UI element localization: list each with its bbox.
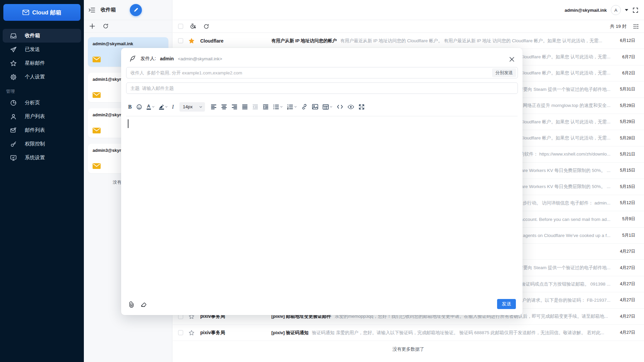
- quill-icon: [128, 55, 137, 63]
- app-logo-button[interactable]: Cloud 邮箱: [3, 4, 80, 21]
- align-justify-icon[interactable]: [242, 104, 248, 110]
- chevron-down-icon: [280, 106, 283, 108]
- envelope-logo-icon: [22, 10, 29, 15]
- row-preview: 一步行动。 访问详细信息 电子邮件： admin...: [518, 200, 610, 206]
- mailbox-panel-toolbar: [84, 20, 172, 33]
- select-all-checkbox[interactable]: [178, 24, 183, 29]
- avatar[interactable]: A: [611, 5, 621, 15]
- send-button[interactable]: 发送: [497, 299, 516, 309]
- font-color-icon[interactable]: A: [147, 104, 155, 110]
- align-center-icon[interactable]: [221, 104, 227, 110]
- bullet-list-icon[interactable]: [273, 104, 283, 110]
- row-checkbox[interactable]: [178, 38, 183, 43]
- add-account-icon[interactable]: [89, 23, 95, 29]
- sidebar-item-system[interactable]: 系统设置: [3, 151, 81, 165]
- send-icon: [10, 46, 17, 53]
- sidebar-item-label: 系统设置: [25, 155, 45, 161]
- editor-toolbar: B A I 14px: [126, 98, 518, 116]
- table-icon[interactable]: [323, 104, 332, 110]
- row-preview: 有用户最近从新 IP 地址访问您的 Cloudflare 帐户。 有用户最近从新…: [340, 38, 602, 43]
- mail-list-toolbar: 共 19 封: [173, 20, 644, 33]
- compose-button[interactable]: [130, 4, 142, 16]
- sidebar-item-label: 个人设置: [25, 74, 45, 80]
- editor-body[interactable]: [126, 117, 518, 292]
- chevron-down-icon: [330, 106, 332, 108]
- star-icon[interactable]: [189, 38, 195, 44]
- row-date: 5月31日: [614, 86, 635, 92]
- link-icon[interactable]: [301, 104, 308, 110]
- preview-eye-icon[interactable]: [347, 104, 354, 110]
- row-date: 4月27日: [614, 330, 635, 336]
- collapse-sidebar-icon[interactable]: [89, 7, 95, 13]
- row-date: 5月9日: [614, 216, 635, 222]
- account-dropdown-caret-icon[interactable]: [625, 9, 628, 11]
- row-date: 6月12日: [614, 38, 635, 44]
- row-preview: 户的请求。以下是你的验证码： FB-21937...: [522, 297, 610, 303]
- sidebar-item-star[interactable]: 星标邮件: [3, 56, 81, 70]
- bold-icon[interactable]: B: [128, 104, 132, 110]
- sidebar-item-label: 用户列表: [25, 113, 45, 120]
- envelope-icon: [93, 128, 101, 133]
- refresh-accounts-icon[interactable]: [103, 23, 109, 29]
- mail-row[interactable]: pixiv事务局[pixiv] 验证码通知验证码通知 亲爱的用户，您好。请输入以…: [173, 325, 644, 341]
- row-date: 4月27日: [614, 314, 635, 319]
- row-date: 5月29日: [614, 119, 635, 125]
- attachment-icon[interactable]: [128, 301, 135, 308]
- row-preview: 的网络正在提升 mornglow.top 的速度和安全...: [518, 103, 610, 109]
- mail-list-empty-text: 没有更多数据了: [173, 341, 644, 352]
- sidebar-item-user[interactable]: 用户列表: [3, 110, 81, 123]
- sidebar-item-key[interactable]: 权限控制: [3, 137, 81, 151]
- refresh-list-icon[interactable]: [203, 23, 209, 29]
- sidebar-item-label: 收件箱: [25, 33, 40, 39]
- pie-chart-icon: [10, 100, 17, 106]
- align-left-icon[interactable]: [211, 104, 217, 110]
- row-sender: Cloudflare: [200, 38, 271, 44]
- image-icon[interactable]: [312, 104, 318, 110]
- sidebar-item-settings[interactable]: 个人设置: [3, 70, 81, 84]
- close-icon[interactable]: [509, 57, 515, 62]
- row-preview: lare Workers KV 每日免费层限制的 50%。 ...: [520, 184, 610, 190]
- font-size-select[interactable]: 14px: [179, 102, 205, 112]
- sort-by-time-icon[interactable]: [190, 23, 197, 30]
- highlight-icon[interactable]: [159, 104, 168, 110]
- sidebar-item-label: 权限控制: [25, 141, 45, 147]
- row-date: 4月27日: [614, 297, 635, 303]
- sidebar-item-pie-chart[interactable]: 分析页: [3, 96, 81, 110]
- sidebar-section-label: 管理: [6, 88, 81, 95]
- row-preview: Cloudflare 帐户。如果您 认可此活动，无需...: [520, 119, 610, 125]
- code-icon[interactable]: [337, 104, 343, 109]
- row-text: [pixiv] 验证码通知验证码通知 亲爱的用户，您好。请输入以下验证码，完成邮…: [271, 330, 610, 336]
- row-preview: 的软件： https://www.xshell.com/zh/downlo...: [520, 151, 610, 157]
- mail-row[interactable]: Cloudflare有用户从新 IP 地址访问您的帐户有用户最近从新 IP 地址…: [173, 33, 644, 49]
- editor-fullscreen-icon[interactable]: [359, 104, 365, 110]
- key-icon: [10, 141, 17, 147]
- sidebar: Cloud 邮箱 收件箱 已发送 星标邮件 个人设置 管理 分析页 用户列表 邮…: [0, 0, 84, 362]
- ordered-list-icon[interactable]: [287, 104, 297, 110]
- emoji-icon[interactable]: [136, 104, 142, 110]
- split-send-button[interactable]: 分别发送: [492, 68, 516, 77]
- outdent-icon[interactable]: [252, 104, 258, 110]
- recipient-input[interactable]: [126, 67, 518, 78]
- sidebar-item-send[interactable]: 已发送: [3, 43, 81, 56]
- row-checkbox[interactable]: [178, 330, 183, 335]
- subject-input[interactable]: [126, 82, 518, 94]
- eraser-icon[interactable]: [141, 301, 147, 308]
- envelope-icon: [93, 163, 101, 169]
- sidebar-item-inbox[interactable]: 收件箱: [3, 29, 81, 43]
- fullscreen-icon[interactable]: [632, 7, 639, 13]
- align-right-icon[interactable]: [231, 104, 237, 110]
- row-date: 4月27日: [614, 265, 635, 271]
- sidebar-item-mail-list[interactable]: 邮件列表: [3, 123, 81, 137]
- star-icon[interactable]: [189, 330, 195, 336]
- grid-view-icon[interactable]: [633, 24, 639, 29]
- from-label: 发件人:: [141, 56, 156, 62]
- italic-icon[interactable]: I: [172, 104, 174, 110]
- total-count: 共 19 封: [610, 23, 627, 29]
- row-preview: Cloudflare 帐户。如果您 认可此活动，无需...: [520, 70, 610, 76]
- indent-icon[interactable]: [263, 104, 269, 110]
- sidebar-item-label: 星标邮件: [25, 60, 45, 66]
- chevron-down-icon: [165, 106, 168, 108]
- row-date: 5月12日: [614, 200, 635, 206]
- row-text: 有用户从新 IP 地址访问您的帐户有用户最近从新 IP 地址访问您的 Cloud…: [271, 38, 610, 44]
- row-date: 4月27日: [614, 249, 635, 254]
